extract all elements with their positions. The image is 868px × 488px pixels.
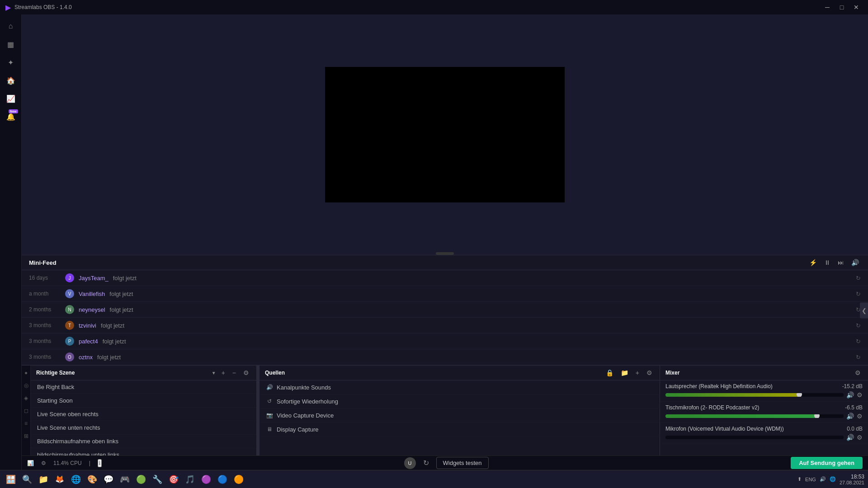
source-visibility-button[interactable]: 👁 xyxy=(638,398,644,404)
sidebar-item-dashboard[interactable]: ▦ xyxy=(3,36,19,52)
scene-item[interactable]: Starting Soon xyxy=(31,394,256,408)
scenes-remove-button[interactable]: − xyxy=(231,368,238,377)
source-item[interactable]: 🔊 Kanalpunkte Sounds 👁 🔒 xyxy=(259,380,660,394)
minimize-button[interactable]: ─ xyxy=(821,2,834,12)
source-visibility-button[interactable]: 👁 xyxy=(638,412,644,418)
mixer-slider[interactable] xyxy=(665,414,844,418)
sidebar-item-themes[interactable]: ✦ xyxy=(3,54,19,70)
feed-action: folgt jetzt xyxy=(103,338,126,345)
taskbar-app3-button[interactable]: 🎯 xyxy=(166,472,181,487)
status-bar: 📊 ⚙ 11.4% CPU | ℹ U ↻ Widgets testen Auf… xyxy=(22,455,868,470)
feed-pause-button[interactable]: ⏸ xyxy=(822,258,832,267)
feed-item[interactable]: 3 months T tzvinivi folgt jetzt ↻ xyxy=(22,318,868,333)
panel-icon-1[interactable]: ● xyxy=(23,369,30,376)
maximize-button[interactable]: □ xyxy=(835,2,848,12)
feed-refresh-icon[interactable]: ↻ xyxy=(856,322,861,329)
scene-item[interactable]: Live Scene unten rechts xyxy=(31,421,256,435)
test-widgets-button[interactable]: Widgets testen xyxy=(436,457,489,469)
source-item[interactable]: 📷 Video Capture Device 👁 🔒 xyxy=(259,408,660,422)
panel-icon-2[interactable]: ◎ xyxy=(23,382,30,389)
mixer-settings-btn[interactable]: ⚙ xyxy=(857,434,863,441)
panel-icon-4[interactable]: ◻ xyxy=(23,407,30,414)
taskbar-firefox-button[interactable]: 🦊 xyxy=(52,472,67,487)
taskbar-steam-button[interactable]: 🎮 xyxy=(118,472,132,487)
sources-lock-button[interactable]: 🔒 xyxy=(604,368,615,377)
mixer-settings-button[interactable]: ⚙ xyxy=(853,368,863,377)
sidebar-item-store[interactable]: 🏠 xyxy=(3,72,19,89)
preview-area xyxy=(22,14,868,255)
source-lock-button[interactable]: 🔒 xyxy=(646,426,653,432)
mixer-settings-btn[interactable]: ⚙ xyxy=(857,413,863,420)
mixer-item-controls: 🔊 ⚙ xyxy=(665,413,863,420)
feed-expand-button[interactable]: ❮ xyxy=(860,302,868,318)
main-layout: ⌂ ▦ ✦ 🏠 📈 🔔 New Mini-Feed ⚡ ⏸ ⏭ 🔊 xyxy=(0,14,868,470)
taskbar-app7-button[interactable]: 🟠 xyxy=(231,472,246,487)
feed-refresh-icon[interactable]: ↻ xyxy=(856,275,861,282)
source-lock-button[interactable]: 🔒 xyxy=(646,412,653,418)
sources-add-button[interactable]: + xyxy=(634,368,641,377)
mixer-item-controls: 🔊 ⚙ xyxy=(665,391,863,399)
feed-item[interactable]: a month V Vanillefish folgt jetzt ↻ xyxy=(22,286,868,302)
mini-feed-controls: ⚡ ⏸ ⏭ 🔊 xyxy=(807,258,861,267)
feed-item[interactable]: 16 days J JaysTeam_ folgt jetzt ↻ xyxy=(22,270,868,286)
panel-icon-6[interactable]: ⊞ xyxy=(23,432,30,440)
scenes-add-button[interactable]: + xyxy=(220,368,227,377)
sidebar-item-alerts[interactable]: 🔔 New xyxy=(3,108,19,125)
mixer-slider[interactable] xyxy=(665,436,844,439)
taskbar-app1-button[interactable]: 🟢 xyxy=(134,472,148,487)
cpu-settings-icon[interactable]: ⚙ xyxy=(41,460,46,466)
source-lock-button[interactable]: 🔒 xyxy=(646,398,653,404)
taskbar-clock: 18:53 27.08.2021 xyxy=(840,474,864,485)
sources-settings-button[interactable]: ⚙ xyxy=(645,368,654,377)
mixer-mute-button[interactable]: 🔊 xyxy=(846,413,854,420)
taskbar-chrome-button[interactable]: 🌐 xyxy=(69,472,83,487)
feed-mute-button[interactable]: 🔊 xyxy=(849,258,861,267)
panel-icon-5[interactable]: ≡ xyxy=(23,420,30,427)
taskbar-search-button[interactable]: 🔍 xyxy=(20,472,34,487)
feed-filter-button[interactable]: ⚡ xyxy=(807,258,819,267)
mixer-slider[interactable] xyxy=(665,393,844,397)
user-avatar[interactable]: U xyxy=(404,457,416,469)
source-visibility-button[interactable]: 👁 xyxy=(638,426,644,432)
mixer-mute-button[interactable]: 🔊 xyxy=(846,434,854,441)
taskbar-app5-button[interactable]: 🟣 xyxy=(199,472,213,487)
taskbar-explorer-button[interactable]: 📁 xyxy=(36,472,51,487)
taskbar-app6-button[interactable]: 🔵 xyxy=(215,472,230,487)
scene-item[interactable]: Be Right Back xyxy=(31,380,256,394)
refresh-button[interactable]: ↻ xyxy=(423,459,429,467)
taskbar-start-button[interactable]: 🪟 xyxy=(4,472,18,487)
info-button[interactable]: ℹ xyxy=(98,459,102,467)
source-lock-button[interactable]: 🔒 xyxy=(646,384,653,390)
feed-username: oztnx xyxy=(79,354,93,361)
scenes-panel: Richtige Szene ▼ + − ⚙ Be Right Back Sta… xyxy=(31,366,257,455)
taskbar-discord-button[interactable]: 💬 xyxy=(101,472,116,487)
sidebar-item-home[interactable]: ⌂ xyxy=(3,18,19,34)
taskbar-photoshop-button[interactable]: 🎨 xyxy=(85,472,99,487)
feed-item[interactable]: 3 months P pafect4 folgt jetzt ↻ xyxy=(22,333,868,349)
source-item[interactable]: 🖥 Display Capture 👁 🔒 xyxy=(259,422,660,436)
sidebar-item-stats[interactable]: 📈 xyxy=(3,90,19,107)
mixer-mute-button[interactable]: 🔊 xyxy=(846,391,854,399)
feed-refresh-icon[interactable]: ↻ xyxy=(856,291,861,297)
mixer-settings-btn[interactable]: ⚙ xyxy=(857,391,863,399)
source-visibility-button[interactable]: 👁 xyxy=(638,384,644,390)
feed-item[interactable]: 3 months O oztnx folgt jetzt ↻ xyxy=(22,349,868,365)
feed-refresh-icon[interactable]: ↻ xyxy=(856,354,861,361)
feed-skip-button[interactable]: ⏭ xyxy=(836,258,846,267)
scene-item[interactable]: bildschirmaufnahme unten links xyxy=(31,448,256,455)
scene-item[interactable]: Bildschirmaufnahme oben links xyxy=(31,435,256,448)
taskbar-app4-button[interactable]: 🎵 xyxy=(183,472,197,487)
mixer-device-name: Tischmikrofon (2- RODE Podcaster v2) xyxy=(665,404,760,411)
go-live-button[interactable]: Auf Sendung gehen xyxy=(791,457,863,469)
source-item[interactable]: ↺ Sofortige Wiederholung 👁 🔒 xyxy=(259,394,660,408)
scenes-settings-button[interactable]: ⚙ xyxy=(241,368,251,377)
taskbar-app2-button[interactable]: 🔧 xyxy=(150,472,165,487)
feed-item[interactable]: 2 months N neyneysel folgt jetzt ↻ xyxy=(22,302,868,318)
sources-folder-button[interactable]: 📁 xyxy=(619,368,630,377)
close-button[interactable]: ✕ xyxy=(850,2,863,12)
panel-icon-3[interactable]: ◈ xyxy=(23,394,30,402)
title-bar-left: ▶ Streamlabs OBS - 1.4.0 xyxy=(5,3,72,12)
scene-item[interactable]: Live Scene oben rechts xyxy=(31,408,256,421)
feed-refresh-icon[interactable]: ↻ xyxy=(856,338,861,345)
source-video-icon: 📷 xyxy=(266,412,273,419)
